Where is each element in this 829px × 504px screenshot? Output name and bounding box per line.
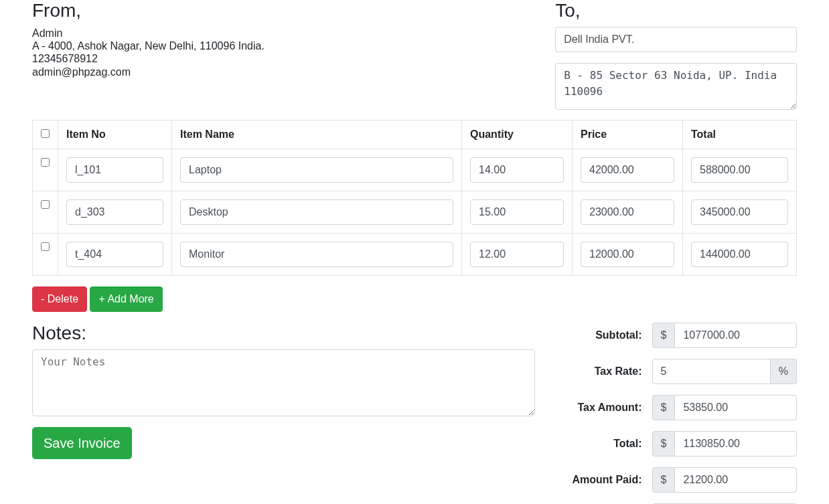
from-address: A - 4000, Ashok Nagar, New Delhi, 110096… [32,39,535,52]
tax-rate-input[interactable] [652,359,771,384]
currency-prefix: $ [652,323,675,348]
item-no-input[interactable] [66,242,163,267]
delete-button[interactable]: - Delete [32,286,87,312]
total-input[interactable] [691,199,788,225]
to-heading: To, [555,0,797,21]
row-check[interactable] [41,200,50,209]
quantity-input[interactable] [470,157,564,183]
price-input[interactable] [581,242,674,267]
price-input[interactable] [581,199,674,225]
save-invoice-button[interactable]: Save Invoice [32,427,132,459]
total-input[interactable] [691,157,788,183]
notes-textarea[interactable] [32,349,535,416]
currency-prefix: $ [652,395,675,420]
quantity-input[interactable] [470,242,564,267]
col-header-item-name: Item Name [172,120,462,149]
table-row [33,234,797,276]
notes-heading: Notes: [32,323,535,344]
total-input[interactable] [674,431,796,456]
total-input[interactable] [691,242,788,267]
from-heading: From, [32,0,535,21]
item-no-input[interactable] [66,199,163,225]
currency-prefix: $ [652,467,675,493]
row-check[interactable] [41,158,50,167]
total-label: Total: [555,438,652,450]
currency-prefix: $ [652,431,675,456]
items-table: Item No Item Name Quantity Price Total [32,120,797,276]
to-name-input[interactable] [555,27,797,52]
table-row [33,191,797,234]
col-header-item-no: Item No [58,120,172,149]
item-no-input[interactable] [66,157,163,183]
col-header-total: Total [683,120,797,149]
price-input[interactable] [581,157,674,183]
to-address-input[interactable]: B - 85 Sector 63 Noida, UP. India 110096 [555,63,797,110]
check-all[interactable] [41,129,50,138]
row-check[interactable] [41,242,50,251]
from-phone: 12345678912 [32,52,535,65]
quantity-input[interactable] [470,199,564,225]
subtotal-label: Subtotal: [555,329,652,341]
subtotal-input[interactable] [674,323,796,348]
percent-suffix: % [771,359,797,384]
tax-rate-label: Tax Rate: [555,365,652,377]
add-more-button[interactable]: + Add More [90,286,162,312]
item-name-input[interactable] [180,157,453,183]
item-name-input[interactable] [180,242,453,267]
col-header-quantity: Quantity [462,120,573,149]
table-row [33,149,797,191]
from-email: admin@phpzag.com [32,66,535,78]
item-name-input[interactable] [180,199,453,225]
amount-paid-label: Amount Paid: [555,474,652,486]
tax-amount-input[interactable] [674,395,796,420]
from-name: Admin [32,27,535,39]
amount-paid-input[interactable] [674,467,796,493]
col-header-price: Price [573,120,683,149]
tax-amount-label: Tax Amount: [555,402,652,414]
